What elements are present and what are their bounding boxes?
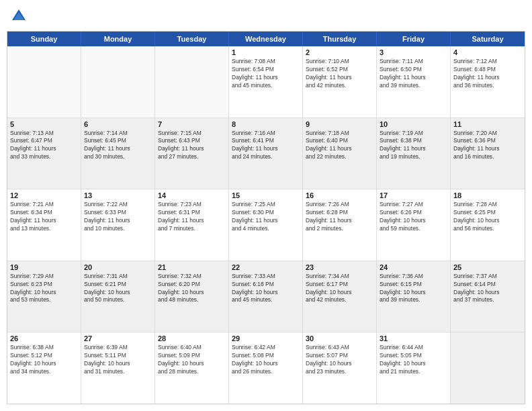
day-number: 21 [158,263,226,271]
day-info: Sunrise: 7:14 AM Sunset: 6:45 PM Dayligh… [84,130,152,162]
day-number: 16 [306,191,373,199]
day-number: 28 [158,334,226,342]
day-info: Sunrise: 7:25 AM Sunset: 6:30 PM Dayligh… [232,201,300,233]
day-number: 10 [380,120,447,128]
day-number: 27 [84,334,152,342]
calendar-cell: 29Sunrise: 6:42 AM Sunset: 5:08 PM Dayli… [229,332,303,404]
day-info: Sunrise: 7:11 AM Sunset: 6:50 PM Dayligh… [380,58,447,90]
day-info: Sunrise: 6:40 AM Sunset: 5:09 PM Dayligh… [158,344,226,376]
day-info: Sunrise: 7:19 AM Sunset: 6:38 PM Dayligh… [380,130,447,162]
calendar-cell: 9Sunrise: 7:18 AM Sunset: 6:40 PM Daylig… [303,118,377,189]
calendar-cell: 7Sunrise: 7:15 AM Sunset: 6:43 PM Daylig… [155,118,229,189]
day-number: 14 [158,191,226,199]
calendar-row-2: 12Sunrise: 7:21 AM Sunset: 6:34 PM Dayli… [7,189,525,261]
day-number: 15 [232,191,300,199]
day-number: 6 [84,120,152,128]
day-number: 11 [453,120,522,128]
calendar-cell: 16Sunrise: 7:26 AM Sunset: 6:28 PM Dayli… [303,189,377,261]
day-info: Sunrise: 7:36 AM Sunset: 6:15 PM Dayligh… [380,273,447,305]
day-info: Sunrise: 7:16 AM Sunset: 6:41 PM Dayligh… [232,130,300,162]
day-number: 20 [84,263,152,271]
calendar-cell [451,332,525,404]
calendar-cell: 17Sunrise: 7:27 AM Sunset: 6:26 PM Dayli… [377,189,451,261]
calendar-cell: 4Sunrise: 7:12 AM Sunset: 6:48 PM Daylig… [451,46,525,118]
day-number: 13 [84,191,152,199]
calendar-cell: 12Sunrise: 7:21 AM Sunset: 6:34 PM Dayli… [7,189,81,261]
calendar-cell: 23Sunrise: 7:34 AM Sunset: 6:17 PM Dayli… [303,261,377,332]
page: SundayMondayTuesdayWednesdayThursdayFrid… [0,0,532,411]
calendar-cell: 30Sunrise: 6:43 AM Sunset: 5:07 PM Dayli… [303,332,377,404]
calendar-cell: 25Sunrise: 7:37 AM Sunset: 6:14 PM Dayli… [451,261,525,332]
day-number: 7 [158,120,226,128]
day-info: Sunrise: 6:44 AM Sunset: 5:05 PM Dayligh… [380,344,447,376]
weekday-header-monday: Monday [81,32,155,46]
day-info: Sunrise: 7:33 AM Sunset: 6:18 PM Dayligh… [232,273,300,305]
day-info: Sunrise: 7:21 AM Sunset: 6:34 PM Dayligh… [10,201,78,233]
calendar-cell: 5Sunrise: 7:13 AM Sunset: 6:47 PM Daylig… [7,118,81,189]
calendar-cell: 22Sunrise: 7:33 AM Sunset: 6:18 PM Dayli… [229,261,303,332]
day-number: 1 [232,48,300,56]
day-number: 29 [232,334,300,342]
day-number: 30 [306,334,373,342]
day-info: Sunrise: 6:42 AM Sunset: 5:08 PM Dayligh… [232,344,300,376]
calendar: SundayMondayTuesdayWednesdayThursdayFrid… [7,31,525,404]
day-number: 24 [380,263,447,271]
calendar-cell: 27Sunrise: 6:39 AM Sunset: 5:11 PM Dayli… [81,332,155,404]
day-info: Sunrise: 7:32 AM Sunset: 6:20 PM Dayligh… [158,273,226,305]
calendar-cell: 14Sunrise: 7:23 AM Sunset: 6:31 PM Dayli… [155,189,229,261]
day-info: Sunrise: 6:38 AM Sunset: 5:12 PM Dayligh… [10,344,78,376]
day-info: Sunrise: 7:31 AM Sunset: 6:21 PM Dayligh… [84,273,152,305]
calendar-cell [155,46,229,118]
calendar-cell: 13Sunrise: 7:22 AM Sunset: 6:33 PM Dayli… [81,189,155,261]
calendar-row-4: 26Sunrise: 6:38 AM Sunset: 5:12 PM Dayli… [7,332,525,404]
weekday-header-friday: Friday [377,32,451,46]
day-info: Sunrise: 6:39 AM Sunset: 5:11 PM Dayligh… [84,344,152,376]
weekday-header-thursday: Thursday [303,32,377,46]
day-info: Sunrise: 7:15 AM Sunset: 6:43 PM Dayligh… [158,130,226,162]
weekday-header-tuesday: Tuesday [155,32,229,46]
weekday-header-wednesday: Wednesday [229,32,303,46]
day-number: 8 [232,120,300,128]
day-number: 3 [380,48,447,56]
calendar-cell: 1Sunrise: 7:08 AM Sunset: 6:54 PM Daylig… [229,46,303,118]
calendar-cell: 6Sunrise: 7:14 AM Sunset: 6:45 PM Daylig… [81,118,155,189]
day-info: Sunrise: 7:08 AM Sunset: 6:54 PM Dayligh… [232,58,300,90]
calendar-cell: 26Sunrise: 6:38 AM Sunset: 5:12 PM Dayli… [7,332,81,404]
calendar-row-3: 19Sunrise: 7:29 AM Sunset: 6:23 PM Dayli… [7,261,525,333]
calendar-cell: 21Sunrise: 7:32 AM Sunset: 6:20 PM Dayli… [155,261,229,332]
day-number: 26 [10,334,78,342]
calendar-cell: 2Sunrise: 7:10 AM Sunset: 6:52 PM Daylig… [303,46,377,118]
calendar-row-1: 5Sunrise: 7:13 AM Sunset: 6:47 PM Daylig… [7,118,525,190]
day-info: Sunrise: 6:43 AM Sunset: 5:07 PM Dayligh… [306,344,373,376]
calendar-header: SundayMondayTuesdayWednesdayThursdayFrid… [7,32,525,46]
calendar-cell: 19Sunrise: 7:29 AM Sunset: 6:23 PM Dayli… [7,261,81,332]
header [7,7,525,26]
day-number: 18 [453,191,522,199]
day-info: Sunrise: 7:27 AM Sunset: 6:26 PM Dayligh… [380,201,447,233]
calendar-cell: 10Sunrise: 7:19 AM Sunset: 6:38 PM Dayli… [377,118,451,189]
day-info: Sunrise: 7:26 AM Sunset: 6:28 PM Dayligh… [306,201,373,233]
day-info: Sunrise: 7:37 AM Sunset: 6:14 PM Dayligh… [453,273,522,305]
calendar-cell: 18Sunrise: 7:28 AM Sunset: 6:25 PM Dayli… [451,189,525,261]
day-number: 5 [10,120,78,128]
calendar-cell: 11Sunrise: 7:20 AM Sunset: 6:36 PM Dayli… [451,118,525,189]
calendar-cell: 15Sunrise: 7:25 AM Sunset: 6:30 PM Dayli… [229,189,303,261]
day-info: Sunrise: 7:23 AM Sunset: 6:31 PM Dayligh… [158,201,226,233]
day-number: 2 [306,48,373,56]
calendar-row-0: 1Sunrise: 7:08 AM Sunset: 6:54 PM Daylig… [7,46,525,118]
weekday-header-sunday: Sunday [7,32,81,46]
calendar-cell: 31Sunrise: 6:44 AM Sunset: 5:05 PM Dayli… [377,332,451,404]
calendar-cell: 20Sunrise: 7:31 AM Sunset: 6:21 PM Dayli… [81,261,155,332]
day-info: Sunrise: 7:29 AM Sunset: 6:23 PM Dayligh… [10,273,78,305]
day-info: Sunrise: 7:28 AM Sunset: 6:25 PM Dayligh… [453,201,522,233]
day-info: Sunrise: 7:20 AM Sunset: 6:36 PM Dayligh… [453,130,522,162]
day-number: 17 [380,191,447,199]
calendar-cell: 28Sunrise: 6:40 AM Sunset: 5:09 PM Dayli… [155,332,229,404]
calendar-cell: 24Sunrise: 7:36 AM Sunset: 6:15 PM Dayli… [377,261,451,332]
day-info: Sunrise: 7:10 AM Sunset: 6:52 PM Dayligh… [306,58,373,90]
calendar-cell: 3Sunrise: 7:11 AM Sunset: 6:50 PM Daylig… [377,46,451,118]
day-info: Sunrise: 7:34 AM Sunset: 6:17 PM Dayligh… [306,273,373,305]
day-info: Sunrise: 7:12 AM Sunset: 6:48 PM Dayligh… [453,58,522,90]
weekday-header-saturday: Saturday [451,32,525,46]
day-number: 22 [232,263,300,271]
